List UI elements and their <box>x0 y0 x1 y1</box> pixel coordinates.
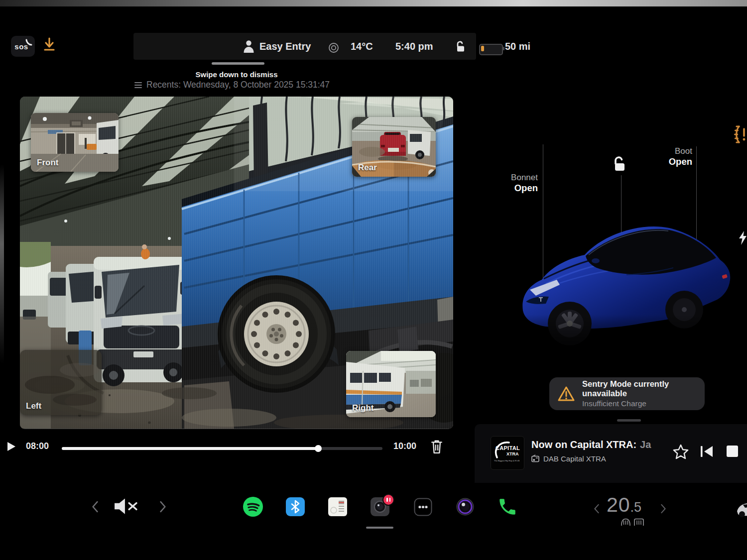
stop-button[interactable] <box>727 446 738 457</box>
warning-triangle-icon <box>557 385 576 402</box>
download-icon[interactable] <box>43 37 56 53</box>
screen-edge-glare <box>0 164 4 363</box>
front-defrost-icon[interactable] <box>621 518 631 526</box>
camera-label-left: Left <box>26 401 41 411</box>
bonnet-label: Bonnet <box>488 172 538 183</box>
sentry-toast-subtitle: Insufficient Charge <box>582 399 705 408</box>
boot-status[interactable]: Boot Open <box>655 146 692 167</box>
now-playing-title[interactable]: Now on Capital XTRA:Ja <box>531 439 676 450</box>
camera-thumb-right[interactable]: Right <box>346 351 436 417</box>
driver-profile-button[interactable]: Easy Entry <box>259 41 311 52</box>
video-scrubber[interactable] <box>62 447 382 450</box>
previous-track-button[interactable] <box>700 445 714 458</box>
art-brand-bottom: XTRA <box>506 451 519 456</box>
bottom-dock: 20 .5 <box>0 490 747 540</box>
battery-range: 50 mi <box>505 41 530 52</box>
cabin-camera-icon[interactable] <box>456 498 474 516</box>
cabin-temp-integer: 20 <box>607 493 630 517</box>
bonnet-state: Open <box>488 183 538 194</box>
camera-thumb-left[interactable]: Left <box>20 350 102 415</box>
tesla-touchscreen: { "colors": { "accent_orange": "#e09a3e"… <box>0 0 747 560</box>
album-art[interactable]: CAPITAL XTRA The Biggest Hip Hop & R'n'B <box>491 436 524 470</box>
camera-thumb-front[interactable]: Front <box>31 113 119 172</box>
boot-state: Open <box>655 156 692 167</box>
app-launcher-icon[interactable] <box>414 498 432 516</box>
media-panel-handle[interactable] <box>617 419 641 422</box>
elapsed-time: 08:00 <box>26 441 49 451</box>
art-brand-top: CAPITAL <box>496 445 520 451</box>
charge-port-bolt-icon <box>739 231 747 245</box>
scrubber-fill[interactable] <box>62 447 318 450</box>
dashcam-main-view: Front Rear <box>20 97 453 429</box>
camera-label-front: Front <box>37 158 58 168</box>
media-player-bar: CAPITAL XTRA The Biggest Hip Hop & R'n'B… <box>475 424 747 483</box>
car-unlocked-icon[interactable] <box>610 155 627 173</box>
drag-handle[interactable] <box>212 62 264 65</box>
volume-muted-icon[interactable] <box>114 497 138 516</box>
sos-indicator[interactable]: sos <box>11 36 35 57</box>
recents-row: Recents: Wednesday, 8 October 2025 15:31… <box>134 80 330 90</box>
dock-scroll-right-icon[interactable] <box>159 501 166 513</box>
cabin-temperature[interactable]: 20 .5 <box>607 493 641 517</box>
recents-text: Recents: Wednesday, 8 October 2025 15:31… <box>146 80 330 90</box>
sentry-toast-title: Sentry Mode currently unavailable <box>582 379 705 398</box>
clock: 5:40 pm <box>395 41 433 52</box>
calendar-icon[interactable] <box>328 497 347 516</box>
camera-thumb-rear[interactable]: Rear <box>352 117 436 177</box>
boot-label: Boot <box>655 146 692 156</box>
play-button[interactable] <box>7 442 16 451</box>
media-source-row: DAB Capital XTRA <box>531 454 606 463</box>
photo-top-strip <box>0 0 747 6</box>
total-duration: 10:00 <box>393 441 416 451</box>
unlocked-icon[interactable] <box>453 40 466 53</box>
rear-defrost-icon[interactable] <box>633 518 644 526</box>
spotify-icon[interactable] <box>243 497 263 517</box>
airbag-ring-icon <box>328 42 340 54</box>
delete-clip-button[interactable] <box>430 439 443 454</box>
dashcam-app-icon[interactable] <box>371 497 389 516</box>
now-playing-main: Now on Capital XTRA: <box>531 439 636 450</box>
list-icon <box>134 81 142 90</box>
battery-icon[interactable] <box>479 44 503 55</box>
recording-paused-badge <box>382 494 394 506</box>
camera-label-right: Right <box>352 403 374 413</box>
outside-temperature[interactable]: 14°C <box>351 41 373 52</box>
favorite-star-button[interactable] <box>673 444 689 460</box>
battery-level-fill <box>481 46 484 51</box>
bluetooth-icon[interactable] <box>286 497 305 516</box>
sentry-mode-toast: Sentry Mode currently unavailable Insuff… <box>549 377 705 410</box>
sos-signal-arc <box>25 39 32 46</box>
art-tagline: The Biggest Hip Hop & R'n'B <box>494 459 519 462</box>
active-app-indicator <box>366 527 393 529</box>
media-source-label: DAB Capital XTRA <box>543 454 606 463</box>
car-controls-icon[interactable] <box>736 498 747 518</box>
now-playing-truncated: Ja <box>640 439 651 450</box>
temp-down-icon[interactable] <box>594 504 600 514</box>
driver-profile-icon <box>243 39 255 53</box>
swipe-hint: Swipe down to dismiss <box>159 70 314 79</box>
tyre-pressure-warning-icon <box>733 124 747 144</box>
dab-radio-icon <box>531 454 540 463</box>
bonnet-status[interactable]: Bonnet Open <box>488 172 538 194</box>
camera-label-rear: Rear <box>358 163 377 173</box>
vehicle-render <box>511 204 735 356</box>
cabin-temp-fraction: .5 <box>630 500 642 515</box>
temp-up-icon[interactable] <box>660 504 666 514</box>
phone-icon[interactable] <box>497 496 518 517</box>
dock-scroll-left-icon[interactable] <box>92 501 99 513</box>
